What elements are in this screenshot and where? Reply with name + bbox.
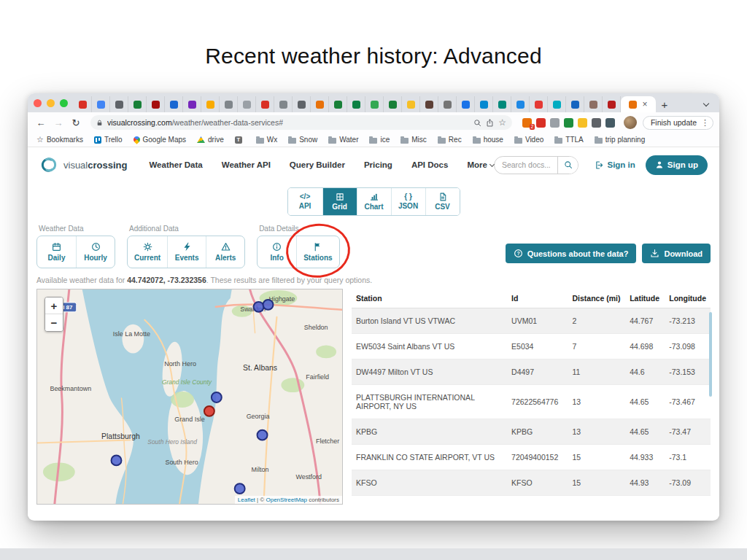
tab-api[interactable]: </> API	[288, 188, 322, 215]
station-row[interactable]: Burton Island VT US VTWAC UVM01 2 44.767…	[352, 308, 711, 334]
bookmark-item[interactable]: Misc	[400, 136, 427, 144]
browser-tab[interactable]	[329, 96, 347, 112]
nav-pricing[interactable]: Pricing	[364, 160, 392, 169]
osm-link[interactable]: OpenStreetMap	[266, 497, 306, 503]
bookmark-item[interactable]: drive	[197, 136, 224, 144]
questions-button[interactable]: ? Questions about the data?	[506, 244, 637, 263]
browser-tab[interactable]	[402, 96, 420, 112]
station-marker-blue[interactable]	[263, 300, 274, 310]
station-marker-blue[interactable]	[112, 455, 122, 465]
extension-icon[interactable]	[592, 118, 601, 128]
browser-tab[interactable]	[238, 96, 256, 112]
info-button[interactable]: Info	[258, 236, 296, 268]
station-row[interactable]: DW4497 Milton VT US D4497 11 44.6 -73.15…	[352, 359, 711, 385]
download-button[interactable]: Download	[642, 244, 711, 263]
extension-icon[interactable]	[578, 118, 587, 128]
browser-tab[interactable]	[293, 96, 311, 112]
bookmark-item[interactable]: Bookmarks	[36, 136, 83, 144]
zoom-out-button[interactable]: −	[45, 314, 63, 331]
bookmark-item[interactable]: Water	[328, 136, 358, 144]
bookmark-item[interactable]	[235, 136, 245, 144]
tab-search-button[interactable]	[697, 96, 715, 112]
address-bar[interactable]: visualcrossing.com/weather/weather-data-…	[90, 115, 512, 130]
search-button[interactable]	[557, 157, 578, 174]
bookmark-item[interactable]: Wx	[256, 136, 277, 144]
minimize-window-button[interactable]	[47, 99, 55, 107]
station-marker-red[interactable]	[204, 406, 214, 416]
browser-tab[interactable]	[530, 96, 548, 112]
bookmark-item[interactable]: Google Maps	[133, 136, 186, 144]
browser-tab[interactable]	[347, 96, 365, 112]
table-scrollbar[interactable]	[709, 312, 712, 397]
bookmark-item[interactable]: Rec	[438, 136, 462, 144]
browser-tab[interactable]	[183, 96, 201, 112]
visualcrossing-logo[interactable]: visualcrossing	[39, 157, 127, 173]
station-row[interactable]: KFSO KFSO 15 44.93 -73.09	[352, 470, 711, 496]
nav-more[interactable]: More	[467, 160, 493, 169]
browser-tab[interactable]	[274, 96, 293, 112]
browser-tab[interactable]	[493, 96, 511, 112]
search-input[interactable]	[495, 160, 558, 169]
sign-up-button[interactable]: Sign up	[646, 155, 708, 175]
daily-button[interactable]: Daily	[37, 236, 76, 268]
extension-icon[interactable]: 2	[522, 118, 532, 128]
nav-api-docs[interactable]: API Docs	[411, 160, 449, 169]
leaflet-link[interactable]: Leaflet	[238, 497, 255, 503]
stations-map[interactable]: I 87 HighgateSwantonSheldonIsle La Motte…	[36, 289, 343, 505]
forward-button[interactable]: →	[51, 117, 66, 128]
tab-chart[interactable]: Chart	[357, 188, 391, 215]
bookmark-item[interactable]: Trello	[94, 136, 123, 144]
station-marker-blue[interactable]	[235, 483, 245, 494]
bookmark-star-icon[interactable]: ☆	[498, 118, 506, 127]
tab-grid[interactable]: Grid	[322, 188, 357, 215]
bookmark-item[interactable]: trip planning	[595, 136, 645, 144]
active-tab[interactable]: ×	[621, 96, 656, 112]
browser-tab[interactable]	[384, 96, 402, 112]
bookmark-item[interactable]: Snow	[288, 136, 317, 144]
bookmark-item[interactable]: house	[473, 136, 503, 144]
browser-tab[interactable]	[566, 96, 584, 112]
stations-button[interactable]: Stations	[296, 236, 338, 268]
station-row[interactable]: KPBG KPBG 13 44.65 -73.47	[352, 419, 711, 445]
zoom-in-button[interactable]: +	[45, 298, 63, 314]
tab-close-icon[interactable]: ×	[642, 100, 647, 109]
share-icon[interactable]	[486, 119, 494, 127]
browser-tab[interactable]	[311, 96, 329, 112]
browser-tab[interactable]	[365, 96, 384, 112]
hourly-button[interactable]: Hourly	[76, 236, 115, 268]
browser-tab[interactable]	[147, 96, 165, 112]
nav-weather-api[interactable]: Weather API	[222, 160, 271, 169]
tab-csv[interactable]: CSV	[425, 188, 460, 215]
browser-tab[interactable]	[74, 96, 92, 112]
browser-tab[interactable]	[92, 96, 110, 112]
back-button[interactable]: ←	[34, 117, 48, 128]
browser-tab[interactable]	[110, 96, 128, 112]
browser-tab[interactable]	[420, 96, 438, 112]
new-tab-button[interactable]: +	[656, 96, 673, 112]
browser-tab[interactable]	[511, 96, 530, 112]
browser-tab[interactable]	[220, 96, 238, 112]
extension-icon[interactable]	[550, 118, 560, 128]
browser-tab[interactable]	[256, 96, 274, 112]
station-marker-blue[interactable]	[254, 302, 264, 312]
finish-update-button[interactable]: Finish update ⋮	[643, 116, 713, 130]
extension-icon[interactable]	[536, 118, 546, 128]
zoom-search-icon[interactable]	[473, 119, 481, 127]
browser-menu-icon[interactable]: ⋮	[701, 118, 709, 128]
bookmark-item[interactable]: Video	[514, 136, 543, 144]
zoom-window-button[interactable]	[60, 99, 68, 107]
nav-query-builder[interactable]: Query Builder	[290, 160, 345, 169]
browser-tab[interactable]	[201, 96, 220, 112]
bookmark-item[interactable]: TTLA	[554, 136, 583, 144]
bookmark-item[interactable]: ice	[369, 136, 390, 144]
profile-avatar[interactable]	[624, 116, 637, 129]
browser-tab[interactable]	[584, 96, 603, 112]
browser-tab[interactable]	[603, 96, 621, 112]
browser-tab[interactable]	[165, 96, 183, 112]
browser-tab[interactable]	[475, 96, 493, 112]
browser-tab[interactable]	[438, 96, 457, 112]
extension-icon[interactable]	[564, 118, 573, 128]
reload-button[interactable]: ↻	[69, 117, 83, 128]
close-window-button[interactable]	[34, 99, 42, 107]
tab-json[interactable]: { } JSON	[391, 188, 425, 215]
